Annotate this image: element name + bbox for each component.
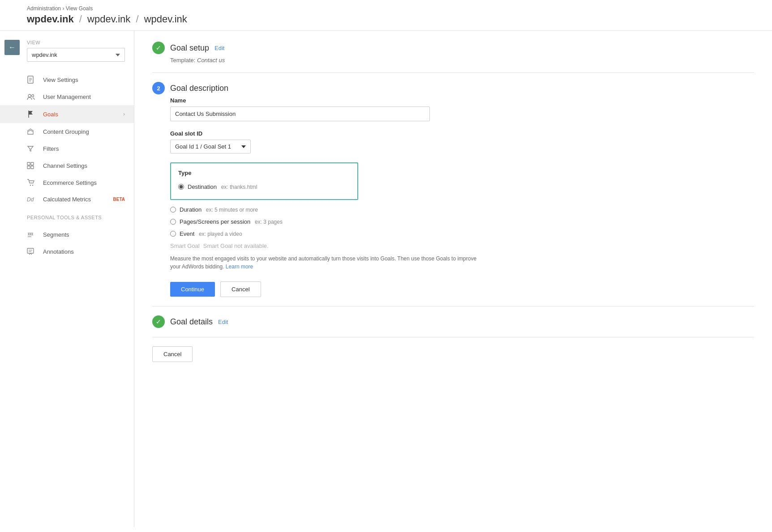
template-value: Contact us: [197, 57, 225, 64]
continue-button[interactable]: Continue: [170, 282, 215, 297]
smart-goal-info: Measure the most engaged visits to your …: [170, 255, 484, 271]
name-label: Name: [170, 97, 754, 104]
smart-goal-unavailable: Smart Goal not available.: [203, 243, 269, 249]
step-divider-2: [152, 306, 754, 306]
event-label[interactable]: Event ex: played a video: [180, 230, 242, 237]
svg-rect-8: [31, 162, 34, 165]
goal-details-title: Goal details: [170, 317, 213, 327]
smart-goal-info-text: Measure the most engaged visits to your …: [170, 255, 476, 270]
sidebar-label-content-grouping: Content Grouping: [43, 128, 125, 135]
sidebar-label-channel-settings: Channel Settings: [43, 162, 125, 169]
goal-details-section: ✓ Goal details Edit: [152, 315, 754, 328]
main-layout: ← VIEW wpdev.ink View Settings User Mana…: [0, 31, 772, 527]
sidebar-item-content-grouping[interactable]: Content Grouping: [0, 123, 134, 140]
page-title: wpdev.ink / wpdev.ink / wpdev.ink: [27, 13, 763, 25]
document-icon: [27, 76, 37, 84]
goal-setup-subtitle: Template: Contact us: [170, 57, 754, 64]
type-destination-row: Destination ex: thanks.html: [178, 181, 350, 193]
page-title-sep2: /: [136, 13, 141, 25]
goals-chevron-icon: ›: [123, 111, 125, 117]
duration-radio[interactable]: [170, 207, 176, 213]
destination-example: ex: thanks.html: [221, 184, 257, 190]
channel-icon: [27, 162, 37, 169]
page-title-domain2: wpdev.ink: [87, 13, 130, 25]
sidebar-item-view-settings[interactable]: View Settings: [0, 71, 134, 89]
sidebar-label-goals: Goals: [43, 111, 123, 118]
name-field-group: Name: [170, 97, 754, 121]
page-title-sep1: /: [79, 13, 85, 25]
type-label: Type: [178, 170, 350, 176]
svg-rect-7: [27, 162, 30, 165]
sidebar-item-annotations[interactable]: Annotations: [0, 243, 134, 260]
bottom-cancel-row: Cancel: [152, 337, 754, 362]
flag-icon: [27, 110, 37, 118]
sidebar-item-ecommerce-settings[interactable]: Ecommerce Settings: [0, 174, 134, 191]
back-button[interactable]: ←: [4, 40, 20, 55]
goal-description-header: 2 Goal description: [152, 82, 754, 94]
svg-rect-9: [27, 166, 30, 169]
duration-example: ex: 5 minutes or more: [206, 207, 258, 213]
sidebar-label-segments: Segments: [43, 231, 125, 238]
header: Administration › View Goals wpdev.ink / …: [0, 0, 772, 31]
goal-setup-section: ✓ Goal setup Edit Template: Contact us: [152, 42, 754, 64]
sidebar-item-channel-settings[interactable]: Channel Settings: [0, 157, 134, 174]
goal-description-section: 2 Goal description Name Goal slot ID Goa…: [152, 82, 754, 297]
sidebar-label-filters: Filters: [43, 145, 125, 152]
page-title-domain3: wpdev.ink: [144, 13, 187, 25]
destination-label[interactable]: Destination ex: thanks.html: [188, 183, 257, 190]
event-radio[interactable]: [170, 231, 176, 237]
pages-screens-example: ex: 3 pages: [255, 219, 283, 225]
goal-details-edit-link[interactable]: Edit: [218, 319, 228, 325]
goal-slot-select[interactable]: Goal Id 1 / Goal Set 1 Goal Id 2 / Goal …: [170, 140, 251, 153]
name-input[interactable]: [170, 106, 430, 121]
bottom-cancel-button[interactable]: Cancel: [152, 346, 193, 362]
breadcrumb-admin: Administration: [27, 5, 61, 12]
type-duration-row: Duration ex: 5 minutes or more: [170, 204, 754, 216]
users-icon: [27, 94, 37, 100]
goal-setup-check-icon: ✓: [152, 42, 165, 54]
sidebar-item-calculated-metrics[interactable]: Dd Calculated Metrics BETA: [0, 191, 134, 208]
annotations-icon: [27, 248, 37, 255]
pages-screens-text: Pages/Screens per session: [180, 218, 250, 225]
goal-slot-label: Goal slot ID: [170, 130, 754, 137]
breadcrumb-view-goals: View Goals: [66, 5, 93, 12]
view-select[interactable]: wpdev.ink: [27, 48, 125, 62]
learn-more-link[interactable]: Learn more: [226, 264, 253, 270]
template-prefix: Template:: [170, 57, 195, 64]
svg-rect-19: [27, 248, 34, 253]
check-mark: ✓: [156, 44, 161, 51]
cancel-button-inline[interactable]: Cancel: [220, 281, 261, 297]
svg-point-4: [28, 94, 31, 97]
segments-icon: [27, 232, 37, 238]
goal-details-header: ✓ Goal details Edit: [152, 315, 754, 328]
smart-goal-label: Smart Goal: [170, 243, 200, 249]
duration-text: Duration: [180, 206, 202, 213]
sidebar-item-goals[interactable]: Goals ›: [0, 105, 134, 123]
svg-rect-10: [31, 166, 34, 169]
sidebar-item-segments[interactable]: Segments: [0, 226, 134, 243]
pages-screens-radio[interactable]: [170, 219, 176, 225]
view-select-wrapper: wpdev.ink: [0, 48, 134, 71]
action-buttons: Continue Cancel: [170, 281, 754, 297]
event-text: Event: [180, 230, 194, 237]
step-divider-1: [152, 72, 754, 73]
view-label: VIEW: [0, 40, 134, 48]
goal-setup-header: ✓ Goal setup Edit: [152, 42, 754, 54]
check-mark-2: ✓: [156, 318, 161, 325]
goal-description-form: Name Goal slot ID Goal Id 1 / Goal Set 1…: [152, 97, 754, 297]
duration-label[interactable]: Duration ex: 5 minutes or more: [180, 206, 258, 213]
pages-screens-label[interactable]: Pages/Screens per session ex: 3 pages: [180, 218, 283, 225]
smart-goal-row: Smart Goal Smart Goal not available.: [170, 240, 754, 252]
goal-details-check-icon: ✓: [152, 315, 165, 328]
sidebar-item-user-management[interactable]: User Management: [0, 89, 134, 105]
page-title-domain1: wpdev.ink: [27, 13, 74, 25]
breadcrumb: Administration › View Goals: [27, 5, 763, 12]
type-box: Type Destination ex: thanks.html: [170, 162, 358, 200]
ecommerce-icon: [27, 179, 37, 186]
sidebar-item-filters[interactable]: Filters: [0, 140, 134, 157]
goal-setup-edit-link[interactable]: Edit: [214, 45, 224, 51]
destination-radio[interactable]: [178, 184, 184, 190]
svg-point-11: [30, 185, 31, 186]
svg-point-12: [32, 185, 33, 186]
sidebar-label-calculated-metrics: Calculated Metrics: [43, 196, 112, 203]
